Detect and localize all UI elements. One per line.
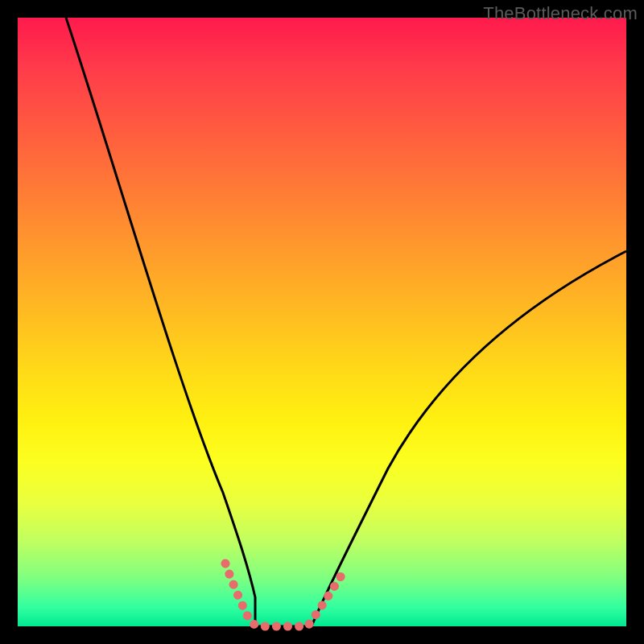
chart-svg [18,18,626,626]
watermark-text: TheBottleneck.com [483,3,638,24]
main-curve [66,18,626,626]
curve-lines [66,18,626,626]
bottom-highlight [225,564,343,626]
